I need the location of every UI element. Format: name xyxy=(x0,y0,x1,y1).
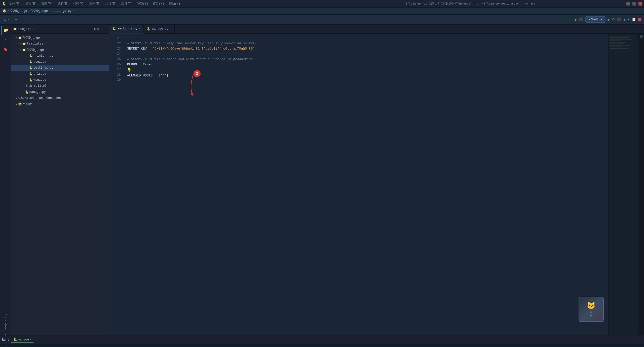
maximize-button[interactable]: □ xyxy=(632,2,636,6)
tree-label-db: db.sqlite3 xyxy=(28,84,47,88)
title-text: 学习Django [I:\我的大学\项目代码\学习Django] – ...\学… xyxy=(314,2,627,6)
tree-scratches[interactable]: ▸ ✎ Scratches and Consoles xyxy=(11,95,109,101)
sidebar-settings-icon[interactable]: ⚙ xyxy=(94,27,96,31)
title-bar-left: 🐍 文件(F) 编辑(E) 视图(V) 导航(N) 代码(C) 重构(R) 运行… xyxy=(2,2,314,6)
run-label-text: Run: xyxy=(2,338,9,342)
bottom-menu-icon[interactable]: ⋮ xyxy=(635,338,639,342)
bottom-tab-bar: Run: 🐍 manage ✕ ⋮ ─ xyxy=(0,335,644,344)
toolbar-extra-2[interactable]: ⬛ xyxy=(617,17,621,22)
tree-label-external: 外部库 xyxy=(23,102,32,106)
code-line-24 xyxy=(127,52,604,57)
title-menu-run[interactable]: 运行(R) xyxy=(104,2,119,6)
database-edge-icon[interactable]: 🗄 xyxy=(640,35,643,38)
tree-file-manage[interactable]: 🐍 manage.py xyxy=(11,89,109,95)
manage-dropdown[interactable]: MANAGE ▾ xyxy=(585,16,605,23)
project-icon[interactable]: 📁 xyxy=(1,26,10,35)
toolbar-icon-1[interactable]: ⚙ xyxy=(4,17,6,22)
tree-folder-xuexi-sub[interactable]: ▾ 📁 学习Django xyxy=(11,47,109,53)
tree-folder-templates[interactable]: ▸ 📁 templates xyxy=(11,41,109,47)
title-bar-right: ─ □ ✕ xyxy=(626,2,642,6)
run-button[interactable]: ▶ xyxy=(575,17,577,22)
title-menu-view[interactable]: 视图(V) xyxy=(40,2,54,6)
run-restart-icon[interactable]: ⟳ xyxy=(1,345,6,347)
bookmark-icon[interactable]: 🔖 xyxy=(1,45,10,54)
bottom-tab-manage-close[interactable]: ✕ xyxy=(30,338,31,341)
title-menu-edit[interactable]: 编辑(E) xyxy=(24,2,39,6)
title-menu-refactor[interactable]: 重构(R) xyxy=(88,2,102,6)
py-icon: 🐍 xyxy=(29,66,33,70)
sidebar-menu-icon[interactable]: ⋮ xyxy=(101,27,104,31)
code-line-29 xyxy=(127,78,604,84)
sidebar-title: Project xyxy=(18,27,31,31)
tree-label-xuexi: 学习Django xyxy=(23,36,40,40)
tab-settings-close[interactable]: ✕ xyxy=(139,27,140,30)
title-menu-tools[interactable]: 工具(T) xyxy=(120,2,134,6)
right-edge-panel: 🗄 xyxy=(638,34,644,335)
toolbar-icon-3[interactable]: ⋮ xyxy=(10,17,14,22)
breadcrumb-home[interactable]: 🏠 xyxy=(3,9,6,13)
sidebar-config-icon[interactable]: ✕ xyxy=(97,27,99,31)
toolbar-icon-2[interactable]: ✕ xyxy=(7,17,9,22)
breadcrumb-item-3[interactable]: settings.py xyxy=(52,9,71,13)
tab-settings[interactable]: 🐍 settings.py ✕ xyxy=(109,25,144,33)
toolbar-extra-3[interactable]: ◼ xyxy=(623,17,625,22)
tree-file-db[interactable]: 🗄 db.sqlite3 xyxy=(11,83,109,89)
title-menu-window[interactable]: 窗口(W) xyxy=(151,2,166,6)
title-menu-nav[interactable]: 导航(N) xyxy=(56,2,70,6)
chevron-down-icon: ▾ xyxy=(32,28,34,31)
bottom-minimize-icon[interactable]: ─ xyxy=(640,338,642,342)
tree-label-templates: templates xyxy=(27,42,43,46)
bottom-panel: Run: 🐍 manage ✕ ⋮ ─ ⟳ ▲ ▼ ▦ ▪ ▫ You have… xyxy=(0,335,644,347)
run-manage-button[interactable]: ▶ xyxy=(608,17,610,22)
minimize-button[interactable]: ─ xyxy=(626,2,630,6)
tab-manage[interactable]: 🐍 manage.py ✕ xyxy=(144,25,175,33)
folder-icon: 📁 xyxy=(18,36,22,40)
console-output: You have 17 unapplied migration(s). Your… xyxy=(7,344,644,347)
tree-label-asgi: asgi.py xyxy=(33,60,46,64)
toolbar-extra-1[interactable]: ⟳ xyxy=(612,17,615,22)
code-line-26: DEBUG = True xyxy=(127,62,604,67)
tab-manage-label: manage.py xyxy=(152,27,168,31)
code-line-21 xyxy=(127,36,604,41)
bottom-toolbar: ⋮ ─ xyxy=(635,338,642,342)
breadcrumb-item-1[interactable]: 学习Django xyxy=(10,9,27,13)
py-icon: 🐍 xyxy=(29,60,33,64)
py-icon: 🐍 xyxy=(29,72,33,76)
favorites-icon[interactable]: Favorites xyxy=(1,326,10,335)
code-line-22: # SECURITY WARNING: keep the secret key … xyxy=(127,41,604,46)
breadcrumb-item-2[interactable]: 学习Django xyxy=(31,9,48,13)
left-icon-strip: 📁 ✓ 🔖 Structure Favorites xyxy=(0,25,11,335)
toolbar-extra-5[interactable]: 📋 xyxy=(632,17,636,22)
title-menu-help[interactable]: 帮助(H) xyxy=(167,2,182,6)
code-editor[interactable]: # SECURITY WARNING: keep the secret key … xyxy=(123,34,608,335)
file-tree: ▾ 📁 学习Django ▸ 📁 templates ▾ 📁 学习Django … xyxy=(11,34,109,335)
tree-label-urls: urls.py xyxy=(33,72,46,76)
tab-settings-label: settings.py xyxy=(118,27,137,30)
tab-bar: 🐍 settings.py ✕ 🐍 manage.py ✕ xyxy=(109,25,644,34)
run-icon: 🐍 xyxy=(13,338,17,341)
bottom-tab-manage[interactable]: 🐍 manage ✕ xyxy=(11,337,33,343)
tree-file-settings[interactable]: 🐍 settings.py ← 1 xyxy=(11,65,109,71)
toolbar-icon-4[interactable]: ─ xyxy=(15,18,17,22)
anime-character-image: 🐱 中简 xyxy=(579,297,604,322)
tree-folder-xuexi[interactable]: ▾ 📁 学习Django xyxy=(11,35,109,41)
tree-label-manage: manage.py xyxy=(29,90,46,94)
tree-file-asgi[interactable]: 🐍 asgi.py xyxy=(11,59,109,65)
folder-icon: 📁 xyxy=(13,27,17,31)
commit-icon[interactable]: ✓ xyxy=(1,35,10,44)
toolbar-extra-4[interactable]: ⬆ xyxy=(628,17,630,22)
title-menu-file[interactable]: 文件(F) xyxy=(8,2,22,6)
tree-external[interactable]: ▸ 📦 外部库 xyxy=(11,101,109,107)
py-icon: 🐍 xyxy=(29,78,33,82)
sidebar-minimize-icon[interactable]: ─ xyxy=(105,27,107,31)
title-menu-code[interactable]: 代码(C) xyxy=(72,2,86,6)
stop-button[interactable]: ⬛ xyxy=(579,17,583,22)
close-button[interactable]: ✕ xyxy=(638,2,642,6)
tree-file-init[interactable]: 🐍 __init__.py xyxy=(11,53,109,59)
scratches-icon: ✎ xyxy=(18,96,20,100)
py-icon: 🐍 xyxy=(25,90,29,94)
title-menu-vcs[interactable]: VCS(S) xyxy=(136,2,150,6)
tab-manage-close[interactable]: ✕ xyxy=(170,27,171,30)
tree-file-wsgi[interactable]: 🐍 wsgi.py xyxy=(11,77,109,83)
tree-file-urls[interactable]: 🐍 urls.py xyxy=(11,71,109,77)
